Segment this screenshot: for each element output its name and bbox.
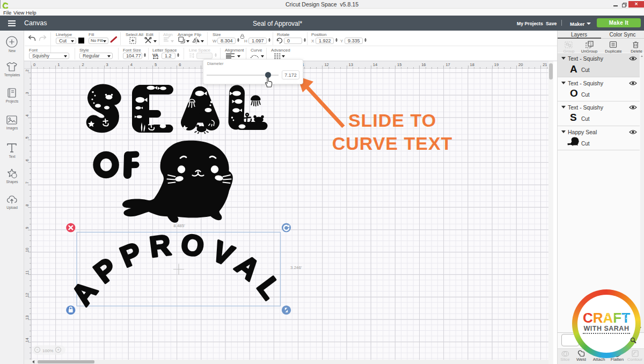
- svg-text:3.246': 3.246': [290, 265, 302, 270]
- svg-text:8.485': 8.485': [173, 223, 185, 228]
